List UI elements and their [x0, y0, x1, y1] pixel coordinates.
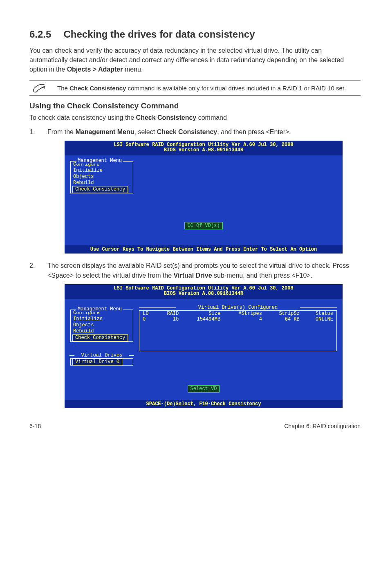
note-text: The Check Consistency command is availab…	[57, 84, 346, 92]
section-heading: 6.2.5Checking the drives for data consis…	[29, 29, 361, 40]
sub-intro-bold: Check Consistency	[136, 114, 197, 121]
divider	[29, 80, 361, 81]
bios-title-line2: BIOS Version A.08.09161344R	[65, 148, 343, 153]
step-body: From the Management Menu, select Check C…	[47, 127, 361, 137]
step-body: The screen displays the available RAID s…	[47, 261, 361, 280]
cell-status: ONLINE	[303, 316, 337, 322]
section-number: 6.2.5	[29, 29, 51, 40]
page-footer: 6-18 Chapter 6: RAID configuration	[29, 423, 361, 429]
table-header-row: LD RAID Size #Stripes StripSz Status	[139, 311, 337, 317]
bios-title-area: LSI Software RAID Configuration Utility …	[65, 141, 343, 155]
step1-post: , and then press <Enter>.	[217, 128, 291, 135]
menu-item-rebuild[interactable]: Rebuild	[71, 328, 133, 334]
management-menu-label: Management Menu	[76, 158, 123, 164]
sub-intro: To check data consistency using the Chec…	[29, 113, 361, 122]
cell-ld: 0	[139, 316, 157, 322]
intro-bold: Objects > Adapter	[67, 66, 123, 73]
virtual-drive-0[interactable]: Virtual Drive 0	[72, 359, 122, 365]
bios-title-area: LSI Software RAID Configuration Utility …	[65, 284, 343, 299]
bios-title-line2: BIOS Version A.08.09161344R	[65, 291, 343, 296]
step2-b1: Virtual Drive	[174, 272, 212, 279]
page-chapter: Chapter 6: RAID configuration	[284, 423, 361, 429]
col-status: Status	[303, 311, 337, 317]
col-stripes: #Stripes	[224, 311, 265, 317]
step1-b1: Management Menu	[75, 128, 134, 135]
step-number: 2.	[29, 261, 38, 280]
table-row[interactable]: 0 10 154494MB 4 64 KB ONLINE	[139, 316, 337, 322]
menu-item-initialize[interactable]: Initialize	[71, 316, 133, 322]
step-1: 1. From the Management Menu, select Chec…	[29, 127, 361, 137]
divider	[29, 95, 361, 96]
sub-intro-pre: To check data consistency using the	[29, 114, 136, 121]
step1-pre: From the	[47, 128, 75, 135]
note-icon	[29, 82, 47, 94]
step2-post: sub-menu, and then press <F10>.	[212, 272, 312, 279]
step1-b2: Check Consistency	[157, 128, 217, 135]
menu-item-check-consistency[interactable]: Check Consistency	[72, 334, 128, 341]
virtual-drives-box: Virtual Drive 0	[70, 358, 133, 366]
cell-size: 154494MB	[182, 316, 224, 322]
section-title-text: Checking the drives for data consistency	[63, 29, 255, 40]
vd-table-title: Virtual Drive(s) Configured	[139, 305, 337, 310]
step-number: 1.	[29, 127, 38, 137]
menu-item-objects[interactable]: Objects	[71, 322, 133, 328]
bios-footer-hint: SPACE-(De)Select, F10-Check Consistency	[65, 400, 343, 408]
sub-intro-post: command	[196, 114, 227, 121]
menu-item-initialize[interactable]: Initialize	[71, 168, 133, 174]
virtual-drives-label: Virtual Drives	[70, 352, 133, 358]
cell-stripes: 4	[224, 316, 265, 322]
menu-item-objects[interactable]: Objects	[71, 174, 133, 180]
step1-mid: , select	[134, 128, 157, 135]
intro-suffix: menu.	[123, 66, 143, 73]
select-vd-button[interactable]: Select VD	[188, 385, 220, 393]
note-bold: Check Consistency	[69, 85, 126, 92]
bios-title-line1: LSI Software RAID Configuration Utility …	[65, 286, 343, 291]
cell-raid: 10	[157, 316, 182, 322]
cell-stripsz: 64 KB	[265, 316, 303, 322]
note-block: The Check Consistency command is availab…	[29, 80, 361, 96]
col-stripsz: StripSz	[265, 311, 303, 317]
col-ld: LD	[139, 311, 157, 317]
cc-of-vd-button[interactable]: CC Of VD(s)	[184, 222, 222, 229]
col-size: Size	[182, 311, 224, 317]
menu-item-check-consistency[interactable]: Check Consistency	[72, 186, 128, 193]
intro-paragraph: You can check and verify the accuracy of…	[29, 46, 361, 74]
management-menu-box: Management Menu Configure Initialize Obj…	[70, 310, 133, 342]
bios-screenshot-2: LSI Software RAID Configuration Utility …	[65, 284, 343, 408]
col-raid: RAID	[157, 311, 182, 317]
note-post: command is available only for virtual dr…	[126, 85, 346, 92]
page-number: 6-18	[29, 423, 41, 429]
step-2: 2. The screen displays the available RAI…	[29, 261, 361, 280]
bios-footer-hint: Use Cursor Keys To Navigate Between Item…	[65, 245, 343, 254]
vd-configured-table: LD RAID Size #Stripes StripSz Status 0 1…	[139, 310, 337, 351]
menu-item-rebuild[interactable]: Rebuild	[71, 180, 133, 186]
management-menu-box: Management Menu Configure Initialize Obj…	[70, 161, 133, 193]
sub-heading: Using the Check Consistency Command	[29, 101, 361, 110]
bios-screenshot-1: LSI Software RAID Configuration Utility …	[65, 141, 343, 254]
management-menu-label: Management Menu	[76, 306, 123, 312]
note-pre: The	[57, 85, 69, 92]
